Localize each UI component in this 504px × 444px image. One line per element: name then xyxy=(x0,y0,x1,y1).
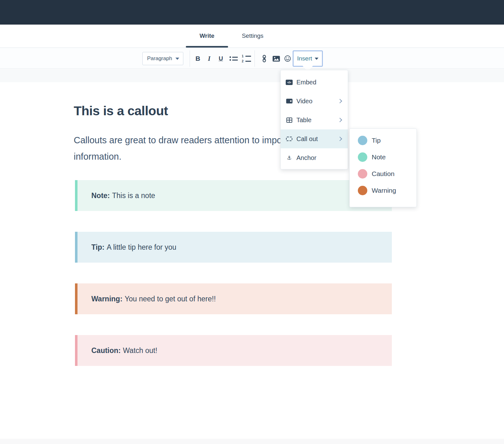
insert-dropdown-menu: </> Embed Video Table Call out ⚓ Anchor xyxy=(280,70,348,169)
chevron-down-icon xyxy=(315,58,318,60)
paragraph-style-select[interactable]: Paragraph xyxy=(142,52,183,65)
bold-button[interactable]: B xyxy=(193,53,203,64)
chevron-right-icon xyxy=(338,137,342,141)
submenu-item-tip-label: Tip xyxy=(372,137,381,144)
callout-caution-label: Caution: xyxy=(91,346,121,355)
submenu-item-warning[interactable]: Warning xyxy=(350,182,416,199)
callout-tip[interactable]: Tip: A little tip here for you xyxy=(75,232,392,263)
tab-write[interactable]: Write xyxy=(186,25,228,47)
menu-item-anchor[interactable]: ⚓ Anchor xyxy=(281,148,348,167)
menu-item-table[interactable]: Table xyxy=(281,111,348,129)
submenu-item-caution[interactable]: Caution xyxy=(350,165,416,182)
callout-note[interactable]: Note: This is a note xyxy=(75,180,392,211)
tab-settings[interactable]: Settings xyxy=(232,25,273,47)
image-icon xyxy=(272,56,280,62)
top-navigation-bar xyxy=(0,0,504,25)
callout-icon xyxy=(286,137,292,141)
callout-caution-text: Watch out! xyxy=(123,346,157,355)
submenu-item-caution-label: Caution xyxy=(372,170,394,178)
video-icon xyxy=(286,99,293,104)
paragraph-line-1: Callouts are great to draw readers atten… xyxy=(74,132,300,148)
italic-button[interactable]: I xyxy=(205,53,214,64)
paragraph-style-label: Paragraph xyxy=(147,55,175,62)
submenu-item-tip[interactable]: Tip xyxy=(350,132,416,149)
embed-code-icon: </> xyxy=(286,80,293,85)
toolbar-divider xyxy=(255,50,255,67)
tip-color-dot xyxy=(358,136,367,145)
insert-emoji-button[interactable] xyxy=(282,53,293,64)
chevron-right-icon xyxy=(338,118,342,122)
callout-tip-text: A little tip here for you xyxy=(107,243,176,252)
insert-image-button[interactable] xyxy=(270,53,282,64)
menu-item-embed[interactable]: </> Embed xyxy=(281,73,348,92)
document-heading[interactable]: This is a callout xyxy=(74,104,168,118)
menu-item-embed-label: Embed xyxy=(296,79,316,86)
note-color-dot xyxy=(358,152,367,162)
toolbar-shadow-band xyxy=(0,69,504,82)
menu-item-video-label: Video xyxy=(296,98,312,105)
submenu-item-note-label: Note xyxy=(372,153,386,161)
numbered-list-icon: 1 2 xyxy=(242,54,251,63)
menu-item-call-out[interactable]: Call out xyxy=(281,129,348,148)
submenu-item-warning-label: Warning xyxy=(372,187,396,194)
insert-button-label: Insert xyxy=(297,55,312,62)
menu-item-anchor-label: Anchor xyxy=(296,154,316,162)
document-paragraph[interactable]: Callouts are great to draw readers atten… xyxy=(74,132,300,165)
submenu-item-note[interactable]: Note xyxy=(350,149,416,165)
table-icon xyxy=(286,117,293,123)
callout-warning[interactable]: Warning: You need to get out of here!! xyxy=(75,283,392,314)
callout-note-text: This is a note xyxy=(112,191,155,200)
callout-warning-label: Warning: xyxy=(91,295,123,303)
menu-item-call-out-label: Call out xyxy=(296,135,318,143)
warning-color-dot xyxy=(358,186,367,195)
numbered-list-button[interactable]: 1 2 xyxy=(240,53,252,64)
chevron-right-icon xyxy=(338,99,342,103)
callout-tip-label: Tip: xyxy=(91,243,105,252)
callout-note-label: Note: xyxy=(91,191,110,200)
call-out-submenu: Tip Note Caution Warning xyxy=(349,128,417,207)
link-icon xyxy=(261,55,267,62)
paragraph-line-2: information. xyxy=(74,148,300,165)
bullet-list-button[interactable] xyxy=(228,53,240,64)
callout-caution[interactable]: Caution: Watch out! xyxy=(75,335,392,366)
page-bottom-band xyxy=(0,439,504,444)
emoji-icon xyxy=(284,55,291,62)
menu-item-table-label: Table xyxy=(296,117,312,124)
underline-button[interactable]: U xyxy=(216,53,226,64)
chevron-down-icon xyxy=(175,58,179,60)
callout-warning-text: You need to get out of here!! xyxy=(125,295,216,303)
toolbar-divider xyxy=(190,50,190,67)
insert-link-button[interactable] xyxy=(259,53,270,64)
insert-dropdown-button[interactable]: Insert xyxy=(293,50,323,67)
anchor-icon: ⚓ xyxy=(287,155,291,161)
menu-item-video[interactable]: Video xyxy=(281,92,348,111)
bullet-list-icon xyxy=(229,55,238,62)
caution-color-dot xyxy=(358,169,367,179)
